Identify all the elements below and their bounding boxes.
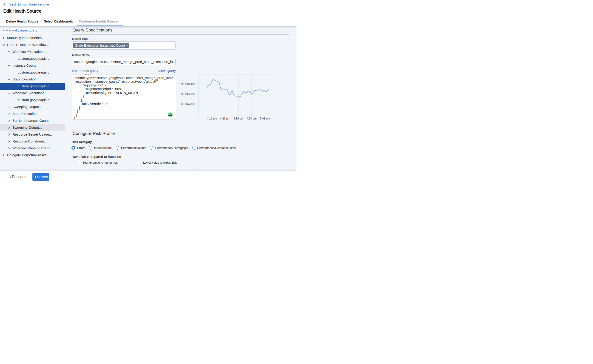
svg-text:4:36 pm: 4:36 pm <box>234 117 243 120</box>
svg-text:4:50 pm: 4:50 pm <box>247 117 256 120</box>
svg-text:4:23 pm: 4:23 pm <box>220 117 230 120</box>
svg-text:5:03 pm: 5:03 pm <box>260 117 270 120</box>
svg-text:36 044 800: 36 044 800 <box>181 103 195 106</box>
svg-text:36 046 400: 36 046 400 <box>181 83 195 86</box>
svg-text:36 045 600: 36 045 600 <box>181 93 195 96</box>
svg-text:4:10 pm: 4:10 pm <box>207 117 217 120</box>
